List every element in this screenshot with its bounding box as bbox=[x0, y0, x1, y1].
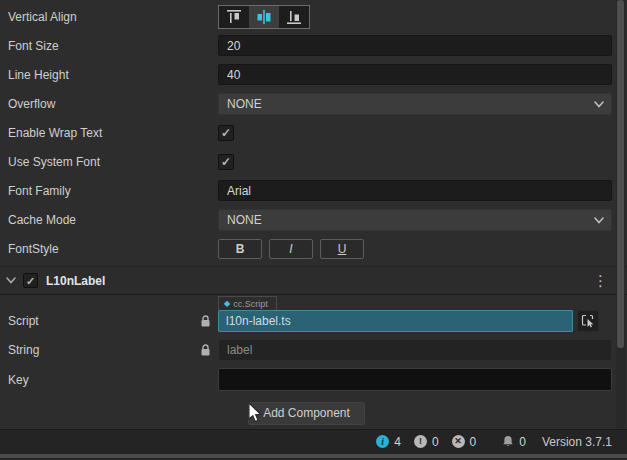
status-bar: i 4 ! 0 ✕ 0 0 Version 3.7.1 bbox=[0, 429, 627, 453]
bell-icon bbox=[502, 435, 514, 448]
warning-icon: ! bbox=[414, 435, 427, 448]
row-key: Key bbox=[0, 368, 627, 391]
script-type-tag: ◆ cc.Script bbox=[218, 296, 277, 310]
warning-count: 0 bbox=[432, 435, 439, 449]
chevron-down-icon[interactable] bbox=[6, 277, 16, 284]
overflow-label: Overflow bbox=[8, 97, 200, 111]
font-style-label: FontStyle bbox=[8, 242, 200, 256]
error-icon: ✕ bbox=[452, 435, 465, 448]
lock-icon bbox=[200, 344, 211, 357]
error-status[interactable]: ✕ 0 bbox=[452, 435, 477, 449]
key-value-input[interactable] bbox=[218, 368, 612, 391]
italic-button[interactable]: I bbox=[269, 239, 313, 259]
font-family-input[interactable] bbox=[218, 180, 612, 201]
add-component-row: Add Component bbox=[0, 399, 613, 428]
chevron-down-icon bbox=[594, 101, 604, 108]
overflow-selected-value: NONE bbox=[227, 97, 262, 111]
vertical-align-button-group bbox=[218, 5, 310, 29]
align-middle-icon bbox=[254, 7, 274, 27]
chevron-down-icon bbox=[594, 217, 604, 224]
warning-status[interactable]: ! 0 bbox=[414, 435, 439, 449]
add-component-button[interactable]: Add Component bbox=[248, 402, 365, 425]
underline-button[interactable]: U bbox=[320, 239, 364, 259]
enable-wrap-text-label: Enable Wrap Text bbox=[8, 126, 200, 140]
row-font-family: Font Family bbox=[0, 176, 627, 205]
overflow-select[interactable]: NONE bbox=[218, 93, 612, 115]
row-line-height: Line Height bbox=[0, 60, 627, 89]
align-middle-button[interactable] bbox=[249, 6, 279, 28]
row-font-style: FontStyle B I U bbox=[0, 234, 627, 263]
script-asset-input[interactable] bbox=[218, 310, 573, 332]
script-asset-icon: ◆ bbox=[224, 300, 230, 308]
row-use-system-font: Use System Font ✓ bbox=[0, 147, 627, 176]
l10nlabel-enabled-checkbox[interactable]: ✓ bbox=[23, 273, 38, 288]
asset-picker-icon bbox=[581, 314, 595, 328]
font-size-label: Font Size bbox=[8, 39, 200, 53]
string-label: String bbox=[8, 343, 200, 357]
info-status[interactable]: i 4 bbox=[376, 435, 401, 449]
checkmark-icon: ✓ bbox=[221, 155, 231, 169]
scrollbar-thumb[interactable] bbox=[617, 0, 624, 348]
use-system-font-checkbox[interactable]: ✓ bbox=[218, 154, 234, 170]
row-script: Script ◆ cc.Script bbox=[0, 310, 627, 332]
asset-picker-button[interactable] bbox=[577, 310, 599, 332]
component-menu-icon[interactable]: ⋮ bbox=[593, 272, 608, 290]
checkmark-icon: ✓ bbox=[26, 274, 35, 288]
version-label: Version 3.7.1 bbox=[542, 435, 612, 449]
cache-mode-selected-value: NONE bbox=[227, 213, 262, 227]
row-string: String bbox=[0, 339, 627, 361]
vertical-align-label: Vertical Align bbox=[8, 10, 200, 24]
cache-mode-select[interactable]: NONE bbox=[218, 209, 612, 231]
align-top-icon bbox=[224, 7, 244, 27]
bold-button[interactable]: B bbox=[218, 239, 262, 259]
l10nlabel-component-title: L10nLabel bbox=[46, 274, 593, 288]
checkmark-icon: ✓ bbox=[221, 126, 231, 140]
notification-count: 0 bbox=[519, 435, 526, 449]
align-bottom-icon bbox=[284, 7, 304, 27]
line-height-input[interactable] bbox=[218, 64, 612, 85]
align-top-button[interactable] bbox=[219, 6, 249, 28]
row-overflow: Overflow NONE bbox=[0, 89, 627, 118]
script-type-tag-label: cc.Script bbox=[233, 299, 268, 309]
row-enable-wrap-text: Enable Wrap Text ✓ bbox=[0, 118, 627, 147]
row-vertical-align: Vertical Align bbox=[0, 2, 627, 31]
lock-icon bbox=[200, 315, 211, 328]
info-icon: i bbox=[376, 435, 389, 448]
info-count: 4 bbox=[394, 435, 401, 449]
error-count: 0 bbox=[470, 435, 477, 449]
cache-mode-label: Cache Mode bbox=[8, 213, 200, 227]
row-font-size: Font Size bbox=[0, 31, 627, 60]
scrollbar-track[interactable] bbox=[616, 0, 625, 428]
window-bottom-edge bbox=[0, 453, 627, 460]
l10nlabel-component-header[interactable]: ✓ L10nLabel ⋮ bbox=[0, 266, 627, 295]
script-label: Script bbox=[8, 314, 200, 328]
use-system-font-label: Use System Font bbox=[8, 155, 200, 169]
notification-status[interactable]: 0 bbox=[502, 435, 526, 449]
font-size-input[interactable] bbox=[218, 35, 612, 56]
row-cache-mode: Cache Mode NONE bbox=[0, 205, 627, 234]
key-label: Key bbox=[8, 373, 200, 387]
line-height-label: Line Height bbox=[8, 68, 200, 82]
align-bottom-button[interactable] bbox=[279, 6, 309, 28]
inspector-panel: Vertical Align bbox=[0, 0, 627, 460]
l10nlabel-component-body: Script ◆ cc.Script bbox=[0, 296, 627, 398]
string-value-input[interactable] bbox=[218, 339, 612, 361]
label-component-properties: Vertical Align bbox=[0, 2, 627, 263]
enable-wrap-text-checkbox[interactable]: ✓ bbox=[218, 125, 234, 141]
font-family-label: Font Family bbox=[8, 184, 200, 198]
